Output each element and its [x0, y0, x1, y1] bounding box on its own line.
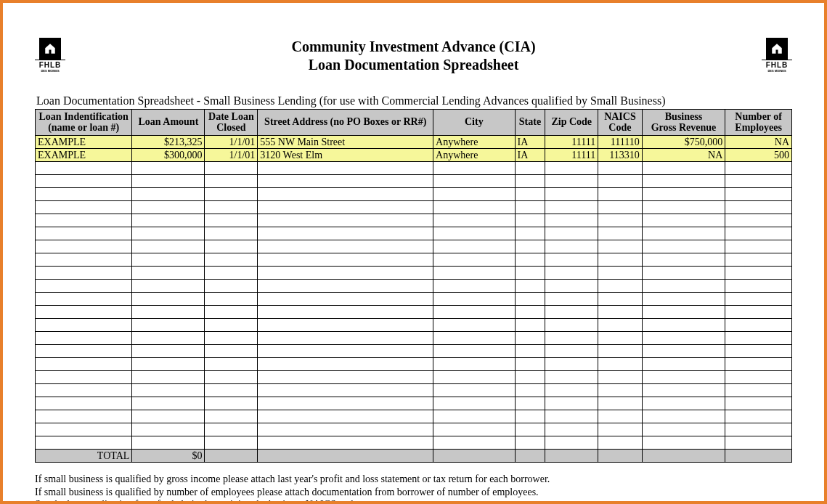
cell-naics: 113310 — [598, 149, 642, 162]
cell-amount: $213,325 — [132, 136, 205, 149]
caption: Loan Documentation Spreadsheet - Small B… — [36, 94, 792, 107]
table-row-empty — [36, 332, 792, 345]
table-row-empty — [36, 162, 792, 175]
table-row-empty — [36, 188, 792, 201]
cell-zip: 11111 — [545, 136, 598, 149]
cell-zip: 11111 — [545, 149, 598, 162]
table-row-empty — [36, 253, 792, 267]
table-row-empty — [36, 214, 792, 227]
page-title-line2: Loan Documentation Spreadsheet — [65, 56, 762, 74]
table-row-empty — [36, 201, 792, 214]
table-row-empty — [36, 319, 792, 332]
column-header: Date LoanClosed — [205, 110, 258, 136]
house-icon — [39, 38, 61, 60]
column-header: Loan Indentification(name or loan #) — [36, 110, 132, 136]
table-row-empty — [36, 240, 792, 253]
table-row-empty — [36, 175, 792, 188]
cell-revenue: $750,000 — [642, 136, 725, 149]
notes: If small business is qualified by gross … — [35, 473, 792, 504]
column-header: City — [433, 110, 516, 136]
total-row: TOTAL$0 — [36, 450, 792, 463]
logo-sublabel: DES MOINES — [41, 69, 59, 73]
table-row-empty — [36, 267, 792, 280]
note-line: If small business is qualified by gross … — [35, 473, 792, 486]
cell-addr: 555 NW Main Street — [258, 136, 433, 149]
table-row-empty — [36, 384, 792, 397]
table-row: EXAMPLE$300,0001/1/013120 West ElmAnywhe… — [36, 149, 792, 162]
table-row-empty — [36, 436, 792, 450]
table-row-empty — [36, 293, 792, 306]
column-header: Zip Code — [545, 110, 598, 136]
column-header: Street Address (no PO Boxes or RR#) — [258, 110, 433, 136]
table-row-empty — [36, 371, 792, 384]
total-label: TOTAL — [36, 450, 132, 463]
spreadsheet-table: Loan Indentification(name or loan #)Loan… — [35, 109, 792, 463]
house-icon — [766, 38, 788, 60]
note-line: See the loan application form for help i… — [35, 498, 792, 504]
column-header: Number ofEmployees — [725, 110, 792, 136]
cell-state: IA — [515, 149, 545, 162]
note-line: If small business is qualified by number… — [35, 486, 792, 499]
cell-loanid: EXAMPLE — [36, 149, 132, 162]
column-header: NAICSCode — [598, 110, 642, 136]
table-row-empty — [36, 280, 792, 293]
cell-emp: NA — [725, 136, 792, 149]
logo-label: FHLB — [762, 60, 792, 69]
cell-addr: 3120 West Elm — [258, 149, 433, 162]
cell-date: 1/1/01 — [205, 149, 258, 162]
cell-revenue: NA — [642, 149, 725, 162]
logo-sublabel: DES MOINES — [767, 69, 786, 73]
table-row-empty — [36, 397, 792, 410]
table-row-empty — [36, 423, 792, 436]
table-row: EXAMPLE$213,3251/1/01555 NW Main StreetA… — [36, 136, 792, 149]
table-row-empty — [36, 306, 792, 319]
column-header: BusinessGross Revenue — [642, 110, 725, 136]
cell-state: IA — [515, 136, 545, 149]
column-header: Loan Amount — [132, 110, 205, 136]
cell-date: 1/1/01 — [205, 136, 258, 149]
total-value: $0 — [132, 450, 205, 463]
cell-emp: 500 — [725, 149, 792, 162]
cell-naics: 111110 — [598, 136, 642, 149]
table-row-empty — [36, 345, 792, 358]
table-row-empty — [36, 358, 792, 371]
logo-right: FHLB DES MOINES — [762, 38, 792, 73]
logo-label: FHLB — [35, 60, 65, 69]
cell-city: Anywhere — [433, 149, 516, 162]
column-header: State — [515, 110, 545, 136]
page-title-line1: Community Investment Advance (CIA) — [65, 38, 762, 56]
cell-city: Anywhere — [433, 136, 516, 149]
table-row-empty — [36, 410, 792, 423]
logo-left: FHLB DES MOINES — [35, 38, 65, 73]
table-row-empty — [36, 227, 792, 240]
cell-amount: $300,000 — [132, 149, 205, 162]
cell-loanid: EXAMPLE — [36, 136, 132, 149]
